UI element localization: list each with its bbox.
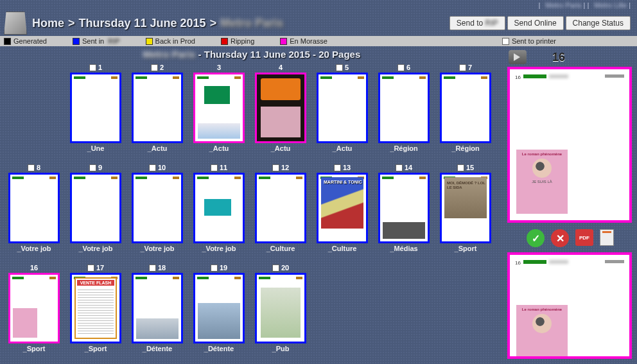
page-cell-1[interactable]: 1_Une — [67, 64, 125, 152]
page-number: 16 — [30, 264, 38, 272]
page-cell-11[interactable]: 11_Votre job — [190, 164, 248, 252]
breadcrumb-home[interactable]: Home — [32, 17, 64, 30]
page-cell-15[interactable]: 15MOI, DÉMODÉ ? LOL LE SIDA_Sport — [437, 164, 494, 252]
page-cell-2[interactable]: 2_Actu — [128, 64, 186, 152]
sent-printer-checkbox[interactable] — [502, 38, 509, 45]
page-cell-17[interactable]: 17VENTE FLASH_Sport — [67, 264, 125, 352]
page-checkbox-10[interactable] — [149, 164, 156, 171]
page-cell-10[interactable]: 10_Votre job — [128, 164, 186, 252]
page-thumb-12[interactable] — [255, 173, 306, 243]
page-thumb-4[interactable] — [255, 73, 306, 143]
next-arrow-icon[interactable] — [509, 50, 527, 64]
page-thumb-19[interactable] — [193, 273, 245, 343]
page-thumb-3[interactable] — [193, 73, 245, 143]
page-cell-20[interactable]: 20_Pub — [252, 264, 310, 352]
page-title: Metro Paris - Thursday 11 June 2015 - 20… — [4, 49, 500, 60]
page-number: 5 — [345, 64, 349, 71]
page-cell-13[interactable]: 13MARTINI & TONIC_Culture — [313, 164, 371, 252]
page-label: _Une — [87, 144, 105, 152]
page-thumb-2[interactable] — [132, 73, 183, 143]
approve-icon[interactable]: ✓ — [527, 229, 545, 247]
page-checkbox-2[interactable] — [151, 64, 158, 71]
page-checkbox-6[interactable] — [397, 64, 405, 71]
change-status-button[interactable]: Change Status — [566, 16, 631, 30]
page-thumb-9[interactable] — [70, 173, 121, 243]
page-checkbox-5[interactable] — [336, 64, 343, 71]
page-thumb-11[interactable] — [193, 173, 245, 243]
page-number: 2 — [160, 64, 164, 71]
breadcrumb-publication[interactable]: Metro Paris — [220, 17, 283, 30]
page-number: 10 — [158, 164, 166, 171]
page-thumb-8[interactable] — [8, 173, 60, 243]
legend-swatch-sent — [73, 38, 80, 45]
page-checkbox-8[interactable] — [28, 164, 35, 171]
page-checkbox-1[interactable] — [89, 64, 96, 71]
page-cell-4[interactable]: 4_Actu — [252, 64, 310, 152]
breadcrumb-date[interactable]: Thursday 11 June 2015 — [79, 17, 206, 30]
page-cell-8[interactable]: 8_Votre job — [5, 164, 63, 252]
preview-ad-2: Le roman phénomène — [516, 305, 568, 359]
page-label: _Pub — [272, 345, 290, 352]
page-label: _Votre job — [17, 245, 51, 252]
page-cell-3[interactable]: 3_Actu — [190, 64, 248, 152]
page-thumb-5[interactable] — [317, 73, 368, 143]
page-number: 9 — [98, 164, 102, 171]
page-cell-14[interactable]: 14_Médias — [375, 164, 433, 252]
page-cell-5[interactable]: 5_Actu — [313, 64, 371, 152]
page-number: 1 — [98, 64, 102, 71]
page-thumb-7[interactable] — [440, 73, 491, 143]
page-thumb-20[interactable] — [255, 273, 306, 343]
preview-ad: Le roman phénomène JE SUIS LÀ — [516, 150, 568, 214]
page-checkbox-18[interactable] — [149, 264, 156, 272]
page-cell-18[interactable]: 18_Détente — [128, 264, 186, 352]
page-checkbox-20[interactable] — [272, 264, 279, 272]
page-thumb-13[interactable]: MARTINI & TONIC — [317, 173, 368, 243]
send-to-button[interactable]: Send to RIP — [449, 16, 505, 30]
page-number: 13 — [343, 164, 351, 171]
reject-icon[interactable]: ✕ — [551, 229, 569, 247]
page-checkbox-11[interactable] — [211, 164, 218, 171]
page-checkbox-9[interactable] — [89, 164, 96, 171]
page-thumb-10[interactable] — [132, 173, 183, 243]
page-preview[interactable]: 16 Le roman phénomène JE SUIS LÀ — [507, 67, 632, 223]
page-checkbox-7[interactable] — [459, 64, 466, 71]
action-row: ✓ ✕ PDF — [507, 229, 633, 247]
page-number: 15 — [466, 164, 474, 171]
page-label: _Sport — [85, 345, 107, 352]
page-cell-6[interactable]: 6_Région — [375, 64, 433, 152]
send-online-button[interactable]: Send Online — [507, 16, 564, 30]
page-number: 19 — [220, 264, 227, 272]
page-checkbox-19[interactable] — [211, 264, 218, 272]
page-label: _Votre job — [141, 245, 175, 252]
page-thumb-14[interactable] — [378, 173, 430, 243]
page-label: _Votre job — [79, 245, 113, 252]
page-number: 8 — [37, 164, 40, 171]
legend-swatch-morasse — [280, 38, 287, 45]
page-cell-7[interactable]: 7_Région — [437, 64, 494, 152]
page-thumb-16[interactable] — [8, 273, 60, 343]
page-thumb-15[interactable]: MOI, DÉMODÉ ? LOL LE SIDA — [440, 173, 491, 243]
page-checkbox-15[interactable] — [457, 164, 464, 171]
page-thumb-6[interactable] — [378, 73, 430, 143]
page-cell-12[interactable]: 12_Culture — [252, 164, 310, 252]
top-link-1[interactable]: Metro Paris — [545, 1, 581, 9]
side-page-number: 16 — [552, 51, 565, 64]
page-icon[interactable] — [600, 229, 614, 246]
page-cell-16[interactable]: 16_Sport — [5, 264, 63, 352]
page-label: _Médias — [390, 245, 417, 252]
page-cell-19[interactable]: 19_Détente — [190, 264, 248, 352]
page-thumb-18[interactable] — [132, 273, 183, 343]
page-checkbox-17[interactable] — [87, 264, 94, 272]
page-cell-9[interactable]: 9_Votre job — [67, 164, 125, 252]
page-checkbox-13[interactable] — [334, 164, 341, 171]
pdf-icon[interactable]: PDF — [575, 229, 593, 246]
page-thumb-1[interactable] — [70, 73, 121, 143]
page-number: 11 — [220, 164, 227, 171]
page-checkbox-12[interactable] — [272, 164, 279, 171]
page-checkbox-14[interactable] — [396, 164, 403, 171]
page-preview-2[interactable]: 16 Le roman phénomène — [507, 252, 632, 359]
page-thumb-17[interactable]: VENTE FLASH — [70, 273, 121, 343]
top-link-2[interactable]: Metro Lille — [594, 1, 627, 9]
legend-swatch-backprod — [146, 38, 153, 45]
page-label: _Région — [390, 144, 417, 152]
